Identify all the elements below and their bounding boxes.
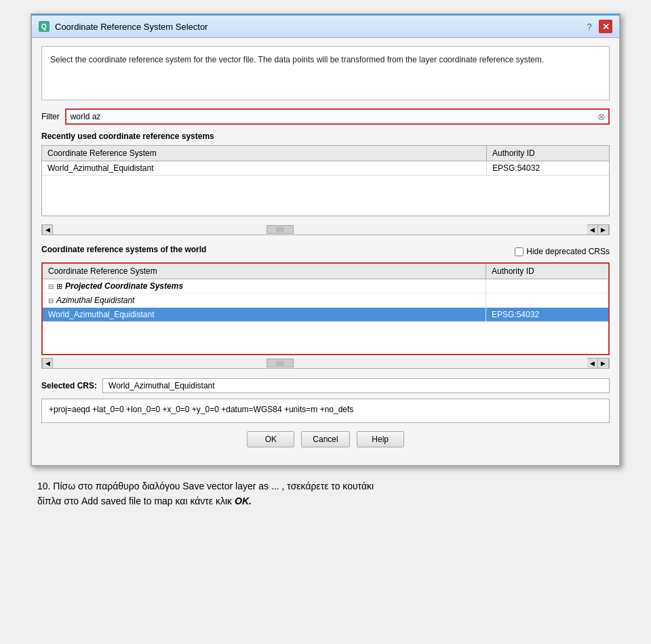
recently-used-col-crs: Coordinate Reference System	[42, 146, 487, 161]
recently-used-row[interactable]: World_Azimuthal_Equidistant EPSG:54032	[42, 161, 609, 176]
selected-crs-value: World_Azimuthal_Equidistant	[102, 378, 610, 393]
selected-crs-label: Selected CRS:	[41, 381, 97, 390]
scrollbar-grip[interactable]	[267, 225, 294, 234]
grip-line-4	[283, 227, 283, 233]
recently-used-row-auth: EPSG:54032	[487, 161, 609, 175]
grip-line-1	[277, 227, 277, 233]
dialog-title: Coordinate Reference System Selector	[55, 22, 208, 32]
w-grip-line-3	[281, 361, 281, 366]
hide-deprecated-checkbox[interactable]	[515, 247, 524, 256]
app-icon: Q	[39, 21, 50, 32]
tree-row-projected-auth	[486, 279, 608, 293]
info-box: Select the coordinate reference system f…	[41, 46, 610, 100]
scrollbar-nav: ◀ ▶	[587, 224, 609, 235]
world-scrollbar-left-btn[interactable]: ◀	[42, 358, 53, 369]
tree-row-projected[interactable]: ⊟ ⊞ Projected Coordinate Systems	[43, 279, 608, 294]
hide-deprecated-wrapper: Hide deprecated CRSs	[515, 247, 610, 256]
world-scrollbar-nav: ◀ ▶	[587, 358, 609, 369]
filter-row: Filter ⊗	[41, 108, 610, 125]
proj-string-box: +proj=aeqd +lat_0=0 +lon_0=0 +x_0=0 +y_0…	[41, 399, 610, 423]
info-text: Select the coordinate reference system f…	[50, 55, 544, 64]
tree-row-azimuthal-name: ⊟ Azimuthal Equidistant	[43, 294, 486, 307]
filter-input[interactable]	[65, 108, 610, 125]
w-grip-line-4	[283, 361, 283, 366]
recently-used-col-auth: Authority ID	[487, 146, 609, 161]
title-bar-right: ? ✕	[583, 20, 612, 33]
dialog-window: Q Coordinate Reference System Selector ?…	[31, 14, 620, 466]
filter-input-wrapper: ⊗	[65, 108, 610, 125]
selected-crs-row: Selected CRS: World_Azimuthal_Equidistan…	[41, 378, 610, 393]
ok-button[interactable]: OK	[247, 431, 294, 447]
w-grip-line-1	[277, 361, 277, 366]
world-crs-table-header: Coordinate Reference System Authority ID	[43, 264, 608, 279]
title-bar: Q Coordinate Reference System Selector ?…	[32, 16, 619, 38]
grip-line-3	[281, 227, 281, 233]
title-bar-left: Q Coordinate Reference System Selector	[39, 21, 208, 32]
projected-label: Projected Coordinate Systems	[65, 281, 183, 291]
footer-bold: OK.	[235, 496, 252, 506]
button-row: OK Cancel Help	[41, 431, 610, 457]
world-crs-table: Coordinate Reference System Authority ID…	[41, 262, 610, 355]
world-crs-col-name: Coordinate Reference System	[43, 264, 486, 279]
world-scrollbar-next[interactable]: ▶	[598, 358, 609, 369]
tree-row-azimuthal[interactable]: ⊟ Azimuthal Equidistant	[43, 294, 608, 308]
footer-line1: 10. Πίσω στο παράθυρο διαλόγου Save vect…	[37, 481, 374, 491]
cancel-button[interactable]: Cancel	[301, 431, 349, 447]
tree-row-world-auth: EPSG:54032	[486, 308, 608, 321]
scrollbar-nav-prev[interactable]: ◀	[587, 224, 598, 235]
grip-line-2	[279, 227, 279, 233]
world-azimuthal-label: World_Azimuthal_Equidistant	[48, 310, 155, 319]
scrollbar-grip-lines	[277, 227, 283, 233]
close-button[interactable]: ✕	[599, 20, 612, 33]
azimuthal-label: Azimuthal Equidistant	[56, 296, 134, 305]
world-crs-scrollbar: ◀ ◀ ▶	[41, 358, 610, 369]
tree-row-azimuthal-auth	[486, 294, 608, 307]
help-button[interactable]: ?	[583, 20, 596, 33]
proj-string-text: +proj=aeqd +lat_0=0 +lon_0=0 +x_0=0 +y_0…	[49, 405, 353, 414]
tree-row-world-azimuthal[interactable]: World_Azimuthal_Equidistant EPSG:54032	[43, 308, 608, 322]
scrollbar-track	[53, 224, 587, 235]
grid-icon-projected: ⊞	[56, 282, 62, 291]
help-dialog-button[interactable]: Help	[357, 431, 404, 447]
filter-label: Filter	[41, 112, 60, 121]
recently-used-title: Recently used coordinate reference syste…	[41, 132, 610, 141]
world-crs-title: Coordinate reference systems of the worl…	[41, 245, 206, 254]
world-scrollbar-track	[53, 358, 587, 368]
recently-used-header: Coordinate Reference System Authority ID	[42, 146, 609, 161]
scrollbar-left-btn[interactable]: ◀	[42, 224, 53, 235]
hide-deprecated-label: Hide deprecated CRSs	[526, 247, 610, 256]
footer-text: 10. Πίσω στο παράθυρο διαλόγου Save vect…	[31, 479, 620, 509]
dialog-body: Select the coordinate reference system f…	[32, 38, 619, 465]
footer-line2: δίπλα στο Add saved file to map και κάντ…	[37, 496, 235, 506]
recently-used-row-name: World_Azimuthal_Equidistant	[42, 161, 487, 175]
world-crs-col-auth: Authority ID	[486, 264, 608, 279]
world-scrollbar-prev[interactable]: ◀	[587, 358, 598, 369]
scrollbar-nav-next[interactable]: ▶	[598, 224, 609, 235]
world-scrollbar-grip-lines	[277, 361, 283, 366]
recently-used-table: Coordinate Reference System Authority ID…	[41, 145, 610, 216]
filter-clear-button[interactable]: ⊗	[596, 111, 607, 122]
world-crs-header: Coordinate reference systems of the worl…	[41, 245, 610, 258]
recently-used-body: World_Azimuthal_Equidistant EPSG:54032	[42, 161, 609, 216]
world-scrollbar-grip[interactable]	[267, 359, 294, 367]
expand-icon-projected: ⊟	[48, 283, 54, 290]
world-tree-body: ⊟ ⊞ Projected Coordinate Systems ⊟ Azimu…	[43, 279, 608, 354]
expand-icon-azimuthal: ⊟	[48, 297, 54, 304]
w-grip-line-2	[279, 361, 279, 366]
recently-used-scrollbar: ◀ ◀ ▶	[41, 224, 610, 235]
tree-row-projected-name: ⊟ ⊞ Projected Coordinate Systems	[43, 279, 486, 293]
tree-row-world-name: World_Azimuthal_Equidistant	[43, 308, 486, 321]
